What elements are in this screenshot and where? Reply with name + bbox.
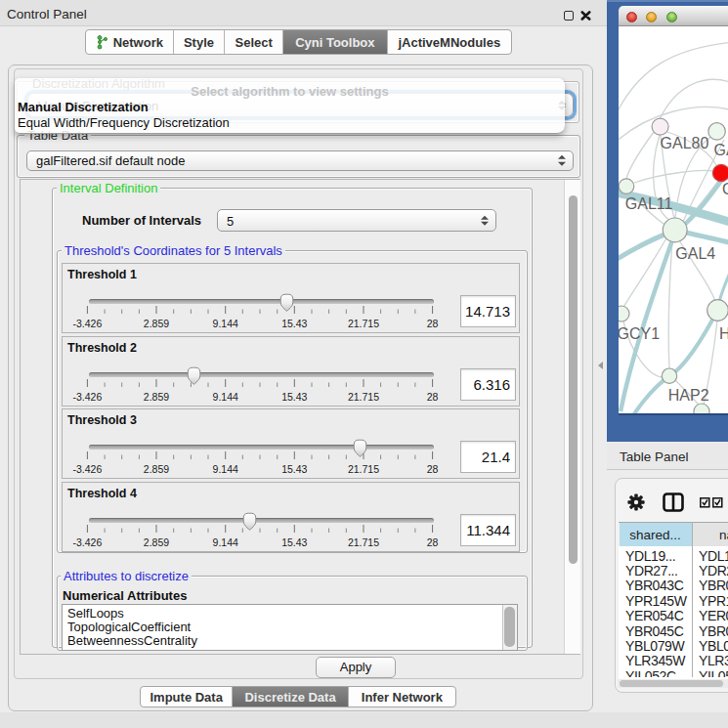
svg-text:GCY1: GCY1 <box>619 325 660 342</box>
svg-text:GAL80: GAL80 <box>661 135 709 151</box>
svg-text:GA: GA <box>714 142 728 158</box>
svg-text:H: H <box>719 325 728 342</box>
svg-text:C: C <box>722 181 728 197</box>
svg-text:HAP2: HAP2 <box>668 387 709 404</box>
svg-text:GAL4: GAL4 <box>675 245 715 262</box>
svg-text:GAL11: GAL11 <box>625 195 673 212</box>
